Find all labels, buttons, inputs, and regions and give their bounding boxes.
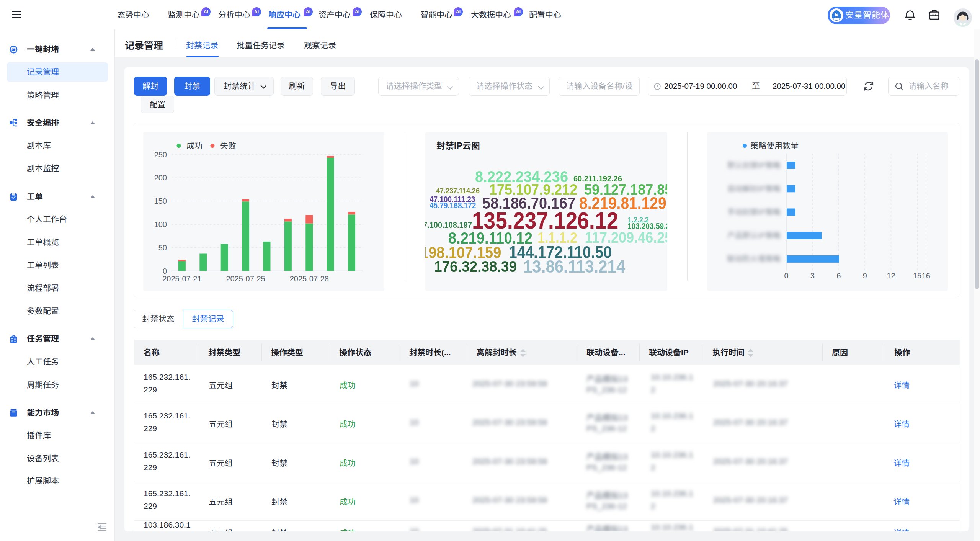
- svg-text:15: 15: [913, 271, 921, 280]
- svg-text:16: 16: [922, 271, 930, 280]
- svg-text:策略使用数量: 策略使用数量: [750, 141, 799, 150]
- svg-text:成功: 成功: [186, 141, 203, 150]
- svg-text:9: 9: [863, 271, 867, 280]
- svg-text:150: 150: [154, 197, 167, 205]
- svg-text:产品默认IP策略: 产品默认IP策略: [727, 231, 781, 240]
- svg-text:100: 100: [154, 220, 167, 229]
- svg-text:默认封禁IP策略: 默认封禁IP策略: [727, 161, 781, 170]
- svg-text:2025-07-21: 2025-07-21: [162, 275, 201, 283]
- svg-text:0: 0: [784, 271, 788, 280]
- svg-text:0: 0: [163, 267, 167, 275]
- svg-text:50: 50: [158, 244, 167, 252]
- svg-text:12: 12: [887, 271, 895, 280]
- svg-text:联动防火墙策略: 联动防火墙策略: [727, 255, 781, 263]
- svg-text:250: 250: [154, 150, 167, 159]
- svg-text:200: 200: [154, 173, 167, 182]
- svg-text:失败: 失败: [220, 141, 236, 150]
- svg-text:手动封禁IP策略: 手动封禁IP策略: [727, 208, 781, 216]
- svg-text:2025-07-25: 2025-07-25: [226, 275, 265, 283]
- svg-text:2025-07-28: 2025-07-28: [290, 275, 329, 283]
- svg-text:6: 6: [836, 271, 841, 280]
- svg-text:3: 3: [810, 271, 815, 280]
- svg-text:自动解封IP策略: 自动解封IP策略: [727, 185, 781, 193]
